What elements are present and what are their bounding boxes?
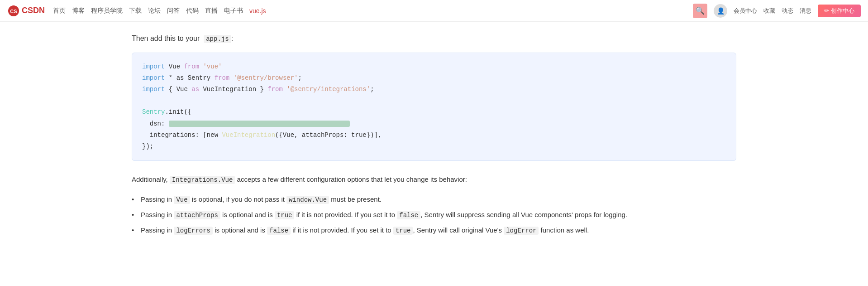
desc-inline-code: Integrations.Vue xyxy=(170,176,235,184)
bullet2-code2: true xyxy=(275,211,295,219)
desc-prefix: Additionally, xyxy=(132,175,168,183)
svg-text:CS: CS xyxy=(10,9,17,14)
logo[interactable]: CS CSDN xyxy=(7,5,45,17)
nav-member-center[interactable]: 会员中心 xyxy=(734,7,757,15)
code-line-6: dsn: xyxy=(142,118,726,130)
bullet2-code1: attachProps xyxy=(174,211,220,219)
nav-academy[interactable]: 程序员学院 xyxy=(91,7,123,15)
intro-filename: app.js xyxy=(204,35,231,43)
nav-blog[interactable]: 博客 xyxy=(72,7,85,15)
nav-forum[interactable]: 论坛 xyxy=(148,7,161,15)
csdn-logo-icon: CS xyxy=(7,5,20,17)
bullet3-prefix: Passing in xyxy=(141,226,174,234)
nav-messages[interactable]: 消息 xyxy=(800,7,811,15)
code-line-4 xyxy=(142,95,726,107)
nav-favorites[interactable]: 收藏 xyxy=(763,7,775,15)
navbar: CS CSDN 首页 博客 程序员学院 下载 论坛 问答 代码 直播 电子书 v… xyxy=(0,0,868,22)
logo-text: CSDN xyxy=(22,6,45,15)
code-line-5: Sentry.init({ xyxy=(142,107,726,118)
bullet3-code4: logError xyxy=(504,227,539,235)
bullet3-mid1: is optional and is xyxy=(213,226,267,234)
nav-vuejs[interactable]: vue.js xyxy=(249,7,266,15)
bullet3-mid3: , Sentry will call original Vue's xyxy=(413,226,504,234)
code-line-7: integrations: [new VueIntegration({Vue, … xyxy=(142,130,726,141)
code-block: import Vue from 'vue' import * as Sentry… xyxy=(132,53,736,161)
desc-paragraph: Additionally, Integrations.Vue accepts a… xyxy=(132,174,736,186)
nav-home[interactable]: 首页 xyxy=(53,7,66,15)
desc-suffix: accepts a few different configuration op… xyxy=(237,175,467,183)
search-button[interactable]: 🔍 xyxy=(693,4,707,18)
bullet2-code3: false xyxy=(397,211,420,219)
code-line-1: import Vue from 'vue' xyxy=(142,61,726,73)
bullet-list: Passing in Vue is optional, if you do no… xyxy=(132,193,736,237)
bullet1-code2: window.Vue xyxy=(286,196,329,204)
bullet3-code2: false xyxy=(267,227,291,235)
create-button[interactable]: ✏ 创作中心 xyxy=(818,5,861,17)
avatar[interactable]: 👤 xyxy=(714,4,727,18)
bullet1-mid2: must be present. xyxy=(329,195,382,203)
bullet2-mid1: is optional and is xyxy=(220,211,275,218)
code-line-2: import * as Sentry from '@sentry/browser… xyxy=(142,73,726,84)
bullet-item-1: Passing in Vue is optional, if you do no… xyxy=(132,193,736,206)
nav-right: 🔍 👤 会员中心 收藏 动态 消息 ✏ 创作中心 xyxy=(693,4,861,18)
bullet3-mid4: function as well. xyxy=(539,226,589,234)
nav-ebook[interactable]: 电子书 xyxy=(224,7,243,15)
bullet1-mid1: is optional, if you do not pass it xyxy=(190,195,286,203)
nav-qa[interactable]: 问答 xyxy=(167,7,180,15)
bullet3-code3: true xyxy=(393,227,413,235)
nav-activity[interactable]: 动态 xyxy=(782,7,793,15)
bullet3-code1: logErrors xyxy=(174,227,213,235)
bullet1-prefix: Passing in xyxy=(141,195,174,203)
bullet3-mid2: if it is not provided. If you set it to xyxy=(291,226,393,234)
bullet2-mid2: if it is not provided. If you set it to xyxy=(294,211,397,218)
intro-paragraph: Then add this to your app.js: xyxy=(132,33,736,44)
code-line-8: }); xyxy=(142,141,726,152)
intro-prefix: Then add this to your xyxy=(132,34,200,42)
nav-download[interactable]: 下载 xyxy=(129,7,142,15)
bullet2-mid3: , Sentry will suppress sending all Vue c… xyxy=(420,211,627,218)
bullet1-code1: Vue xyxy=(174,196,190,204)
main-content: Then add this to your app.js: import Vue… xyxy=(117,22,751,250)
nav-live[interactable]: 直播 xyxy=(205,7,218,15)
bullet-item-3: Passing in logErrors is optional and is … xyxy=(132,224,736,237)
bullet2-prefix: Passing in xyxy=(141,211,174,218)
bullet-item-2: Passing in attachProps is optional and i… xyxy=(132,208,736,221)
dsn-redacted xyxy=(169,121,350,127)
code-line-3: import { Vue as VueIntegration } from '@… xyxy=(142,84,726,95)
nav-code[interactable]: 代码 xyxy=(186,7,199,15)
intro-suffix: : xyxy=(231,34,233,42)
nav-links: 首页 博客 程序员学院 下载 论坛 问答 代码 直播 电子书 vue.js xyxy=(53,7,266,15)
